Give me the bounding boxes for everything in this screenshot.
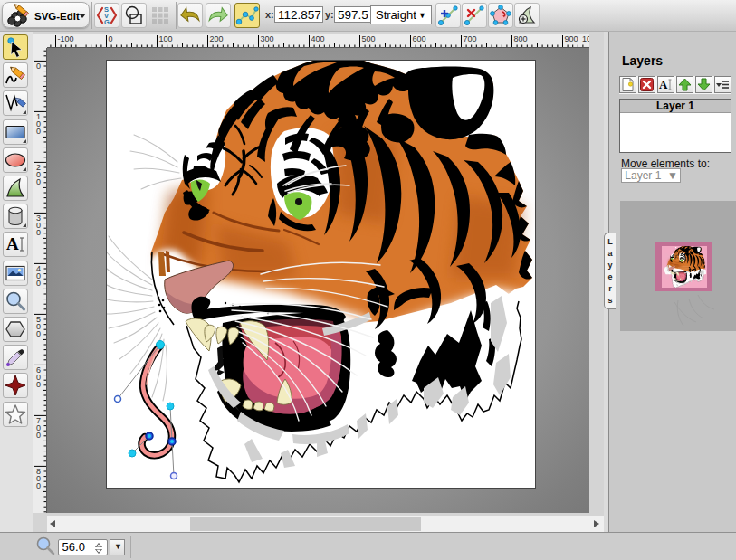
svg-text:0: 0 xyxy=(36,329,41,338)
svg-text:A: A xyxy=(6,234,19,253)
svg-text:G: G xyxy=(104,18,110,26)
svg-text:0: 0 xyxy=(36,228,41,237)
svg-text:0: 0 xyxy=(36,279,41,288)
svg-text:0: 0 xyxy=(36,127,41,136)
svg-text:0: 0 xyxy=(36,481,41,490)
svg-text:A: A xyxy=(659,78,668,91)
svg-text:0: 0 xyxy=(36,380,41,389)
svg-text:0: 0 xyxy=(36,177,41,186)
svg-text:0: 0 xyxy=(36,62,41,71)
svg-text:0: 0 xyxy=(36,431,41,440)
